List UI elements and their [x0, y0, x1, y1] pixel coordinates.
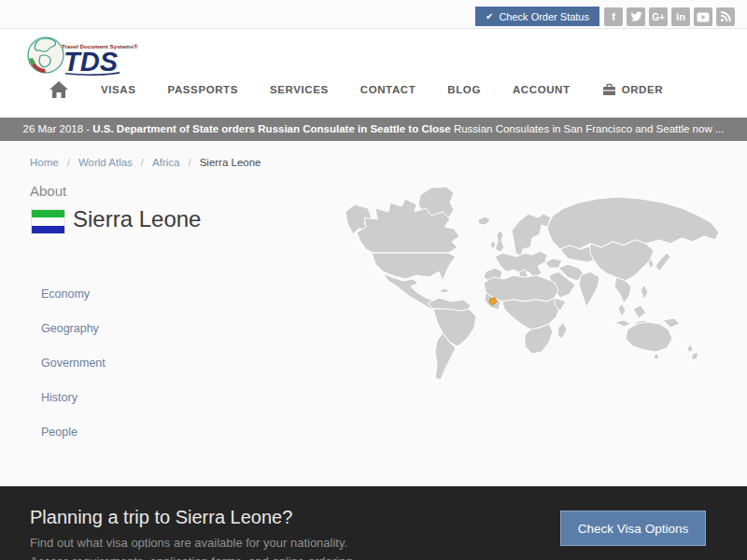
content-area: Home / World Atlas / Africa / Sierra Leo… [0, 142, 747, 486]
news-ticker[interactable]: 26 Mar 2018 - U.S. Department of State o… [0, 118, 747, 141]
check-order-status-button[interactable]: ✔ Check Order Status [475, 7, 599, 26]
nav-contact[interactable]: CONTACT [360, 84, 416, 95]
section-links: Economy Geography Government History Peo… [41, 287, 106, 460]
about-label: About [30, 183, 66, 199]
nav-order[interactable]: ORDER [602, 83, 664, 96]
main-nav: VISAS PASSPORTS SERVICES CONTACT BLOG AC… [49, 80, 663, 99]
nav-blog[interactable]: BLOG [447, 84, 481, 95]
check-visa-options-button[interactable]: Check Visa Options [560, 511, 706, 546]
nav-services[interactable]: SERVICES [270, 84, 329, 95]
social-links: f G+ in [604, 7, 735, 26]
link-economy[interactable]: Economy [41, 287, 106, 301]
youtube-icon[interactable] [694, 7, 712, 26]
footer-heading: Planning a trip to Sierra Leone? [30, 507, 292, 528]
world-map [345, 182, 747, 453]
page-title: Sierra Leone [73, 206, 201, 232]
footer-line1: Find out what visa options are available… [30, 536, 347, 550]
home-icon [49, 80, 69, 99]
link-geography[interactable]: Geography [41, 322, 106, 335]
briefcase-icon [602, 83, 616, 96]
twitter-icon[interactable] [627, 7, 645, 26]
logo-acronym: TDS [63, 47, 119, 77]
nav-account[interactable]: ACCOUNT [513, 84, 571, 95]
news-teaser: Russian Consulates in San Francisco and … [451, 123, 725, 134]
facebook-icon[interactable]: f [604, 7, 623, 26]
check-order-status-label: Check Order Status [499, 11, 589, 22]
link-people[interactable]: People [41, 426, 106, 439]
breadcrumb-world-atlas[interactable]: World Atlas [78, 157, 133, 168]
sierra-leone-flag [31, 209, 65, 234]
nav-home[interactable] [49, 80, 69, 99]
news-headline: U.S. Department of State orders Russian … [92, 123, 450, 134]
link-history[interactable]: History [41, 391, 106, 404]
rss-icon[interactable] [716, 7, 735, 26]
google-plus-icon[interactable]: G+ [649, 7, 668, 26]
top-utility-bar: ✔ Check Order Status f G+ in [0, 0, 747, 29]
breadcrumb-home[interactable]: Home [30, 157, 59, 168]
footer-line2: Access requirements, application forms, … [30, 554, 356, 560]
breadcrumb-africa[interactable]: Africa [152, 157, 179, 168]
breadcrumb: Home / World Atlas / Africa / Sierra Leo… [30, 157, 261, 168]
nav-passports[interactable]: PASSPORTS [168, 84, 238, 95]
tds-country-page: ✔ Check Order Status f G+ in [0, 0, 747, 560]
news-date: 26 Mar 2018 - [23, 123, 93, 134]
link-government[interactable]: Government [41, 357, 106, 370]
nav-visas[interactable]: VISAS [101, 84, 136, 95]
tds-logo[interactable]: Travel Document Systems® TDS [26, 34, 148, 77]
check-icon: ✔ [486, 11, 493, 21]
linkedin-icon[interactable]: in [671, 7, 690, 26]
footer-cta: Planning a trip to Sierra Leone? Find ou… [0, 486, 747, 560]
breadcrumb-current: Sierra Leone [200, 157, 261, 168]
